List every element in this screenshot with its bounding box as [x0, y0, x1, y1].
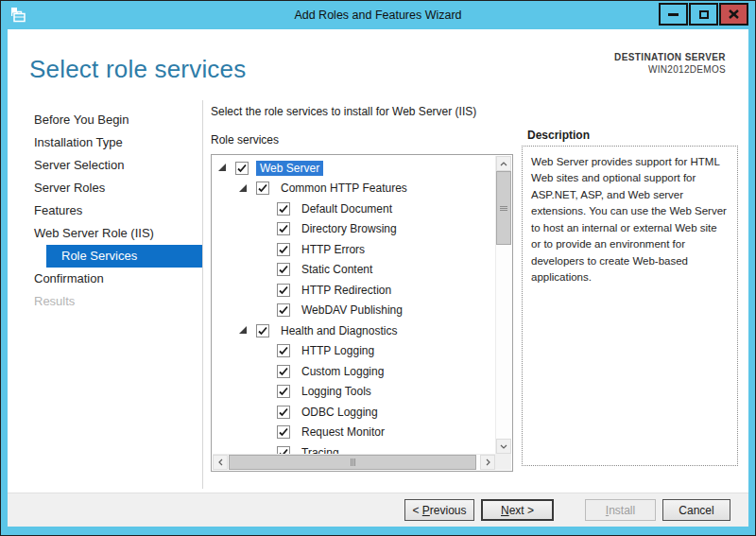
destination-server-block: DESTINATION SERVER WIN2012DEMOS: [614, 52, 726, 75]
tree-item-label: Default Document: [298, 201, 396, 216]
chevron-right-icon: [486, 458, 490, 466]
checkbox-http-redirection[interactable]: [277, 284, 290, 297]
checkmark-icon: [278, 203, 289, 215]
tree-indent: [213, 208, 260, 209]
tree-indent: [213, 432, 260, 433]
tree-item-label: Directory Browsing: [298, 221, 401, 236]
chevron-down-icon: [500, 444, 507, 449]
minimize-button[interactable]: [659, 3, 688, 26]
tree-row-default-document[interactable]: Default Document: [213, 199, 495, 219]
checkbox-custom-logging[interactable]: [277, 365, 290, 378]
checkbox-odbc-logging[interactable]: [277, 406, 290, 419]
window-title: Add Roles and Features Wizard: [1, 1, 755, 29]
tree-indent: [213, 269, 260, 270]
scroll-down-button[interactable]: [496, 439, 511, 454]
checkbox-http-logging[interactable]: [277, 344, 290, 357]
page-title: Select role services: [29, 55, 246, 84]
tree-item-label: HTTP Errors: [298, 242, 369, 257]
role-services-tree[interactable]: Web ServerCommon HTTP FeaturesDefault Do…: [211, 154, 513, 472]
close-icon: [729, 9, 739, 19]
tree-row-health-and-diagnostics[interactable]: Health and Diagnostics: [213, 320, 495, 341]
tree-caption: Role services: [211, 133, 279, 147]
checkbox-web-server[interactable]: [235, 162, 249, 175]
checkbox-webdav-publishing[interactable]: [277, 303, 290, 317]
checkbox-logging-tools[interactable]: [277, 385, 290, 398]
checkbox-request-monitor[interactable]: [277, 425, 290, 439]
checkmark-icon: [278, 345, 289, 356]
tree-item-label: Web Server: [256, 161, 323, 176]
checkbox-directory-browsing[interactable]: [277, 222, 290, 235]
window-controls: [658, 3, 748, 26]
checkmark-icon: [257, 182, 268, 194]
expand-arrow-icon[interactable]: [239, 326, 256, 335]
sidebar-item-installation-type[interactable]: Installation Type: [8, 131, 202, 154]
horizontal-scroll-thumb[interactable]: [229, 455, 476, 470]
sidebar-item-before-you-begin[interactable]: Before You Begin: [8, 109, 202, 131]
tree-row-static-content[interactable]: Static Content: [213, 260, 495, 281]
install-button: Install: [585, 499, 656, 521]
tree-row-web-server[interactable]: Web Server: [213, 158, 495, 179]
maximize-button[interactable]: [689, 3, 718, 26]
tree-row-http-redirection[interactable]: HTTP Redirection: [213, 280, 495, 301]
sidebar-item-server-roles[interactable]: Server Roles: [8, 177, 202, 199]
tree-row-custom-logging[interactable]: Custom Logging: [213, 361, 495, 382]
tree-item-label: Logging Tools: [298, 384, 375, 399]
tree-item-label: ODBC Logging: [298, 405, 382, 420]
vertical-scroll-thumb[interactable]: [496, 171, 511, 245]
sidebar-item-web-server-role-iis[interactable]: Web Server Role (IIS): [8, 222, 202, 245]
checkbox-health-and-diagnostics[interactable]: [256, 324, 269, 337]
tree-row-logging-tools[interactable]: Logging Tools: [213, 382, 495, 403]
close-button[interactable]: [719, 3, 748, 26]
previous-button[interactable]: < Previous: [404, 499, 474, 521]
client-area: Select role services DESTINATION SERVER …: [8, 29, 748, 527]
titlebar[interactable]: Add Roles and Features Wizard: [1, 1, 755, 29]
vertical-scrollbar[interactable]: [495, 156, 511, 454]
tree-row-odbc-logging[interactable]: ODBC Logging: [213, 402, 495, 423]
tree-indent: [213, 371, 260, 372]
scroll-right-button[interactable]: [480, 455, 495, 470]
tree-indent: [213, 188, 239, 189]
tree-row-http-errors[interactable]: HTTP Errors: [213, 239, 495, 260]
checkmark-icon: [278, 426, 289, 438]
tree-row-http-logging[interactable]: HTTP Logging: [213, 341, 495, 362]
tree-indent: [213, 229, 260, 230]
next-button[interactable]: Next >: [481, 499, 554, 521]
expand-arrow-icon[interactable]: [218, 164, 235, 172]
tree-indent: [213, 351, 260, 352]
tree-indent: [213, 249, 260, 250]
tree-indent: [213, 310, 260, 311]
tree-row-directory-browsing[interactable]: Directory Browsing: [213, 219, 495, 240]
tree-indent: [213, 411, 260, 412]
sidebar: Before You BeginInstallation TypeServer …: [8, 100, 203, 489]
checkbox-static-content[interactable]: [277, 263, 290, 276]
sidebar-item-role-services[interactable]: Role Services: [46, 245, 202, 268]
tree-row-request-monitor[interactable]: Request Monitor: [213, 423, 495, 443]
checkmark-icon: [278, 304, 289, 316]
checkmark-icon: [278, 285, 289, 296]
tree-item-label: HTTP Redirection: [298, 283, 395, 298]
checkmark-icon: [278, 386, 289, 397]
maximize-icon: [699, 10, 709, 19]
cancel-button[interactable]: Cancel: [662, 499, 730, 521]
tree-indent: [213, 289, 260, 290]
scroll-up-button[interactable]: [496, 156, 511, 171]
tree-row-webdav-publishing[interactable]: WebDAV Publishing: [213, 301, 495, 321]
sidebar-item-features[interactable]: Features: [8, 199, 202, 222]
checkmark-icon: [278, 244, 289, 255]
sidebar-item-server-selection[interactable]: Server Selection: [8, 154, 202, 177]
checkmark-icon: [278, 264, 289, 275]
sidebar-item-confirmation[interactable]: Confirmation: [8, 268, 202, 290]
checkbox-http-errors[interactable]: [277, 243, 290, 256]
tree-item-label: WebDAV Publishing: [298, 303, 406, 318]
tree-item-label: Custom Logging: [298, 364, 387, 379]
instruction-text: Select the role services to install for …: [211, 105, 476, 118]
expand-arrow-icon[interactable]: [239, 184, 256, 193]
tree-item-label: Request Monitor: [298, 424, 388, 440]
tree-row-common-http-features[interactable]: Common HTTP Features: [213, 179, 495, 199]
checkbox-default-document[interactable]: [277, 202, 290, 216]
checkbox-common-http-features[interactable]: [256, 182, 269, 195]
thumb-grip-icon: [351, 458, 355, 466]
horizontal-scrollbar[interactable]: [213, 454, 495, 470]
scroll-left-button[interactable]: [213, 455, 228, 470]
checkmark-icon: [278, 406, 289, 418]
